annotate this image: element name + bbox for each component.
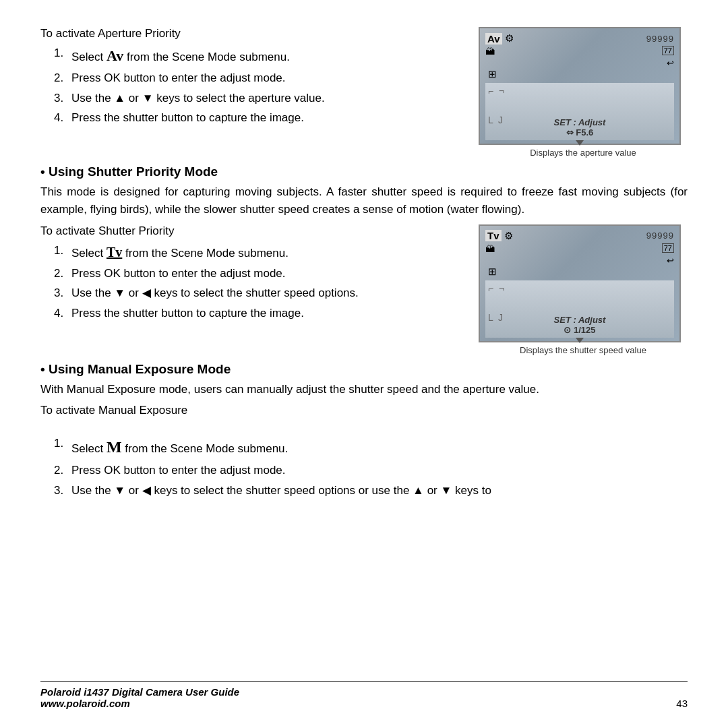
corner-tl: ⌐ ¬ <box>488 86 504 96</box>
step-num: 3. <box>54 482 66 499</box>
manual-exposure-body: With Manual Exposure mode, users can man… <box>40 381 688 398</box>
lcd-av-mode: Av <box>485 33 502 44</box>
aperture-section: To activate Aperture Priority 1. Select … <box>40 27 688 158</box>
aperture-lcd-caption: Displays the aperture value <box>479 148 688 158</box>
aperture-steps: 1. Select Av from the Scene Mode submenu… <box>54 44 465 127</box>
step-num: 3. <box>54 90 66 107</box>
manual-steps: 1. Select M from the Scene Mode submenu.… <box>54 435 688 499</box>
footer-left: Polaroid i1437 Digital Camera User Guide… <box>40 686 239 709</box>
step-text: Use the ▼ or ◀ keys to select the shutte… <box>71 284 359 302</box>
shutter-step-3: 3. Use the ▼ or ◀ keys to select the shu… <box>54 284 465 302</box>
av-bold: Av <box>107 47 123 64</box>
aperture-step-2: 2. Press OK button to enter the adjust m… <box>54 69 465 87</box>
lcd-icon-left2: 🏔 <box>485 243 495 266</box>
aperture-left: To activate Aperture Priority 1. Select … <box>40 27 465 158</box>
corner-bl: L J <box>488 115 503 125</box>
aperture-step-3: 3. Use the ▲ or ▼ keys to select the ape… <box>54 90 465 107</box>
lcd-inner: ⌐ ¬ L J SET : Adjust ⇔ F5.6 <box>485 83 674 140</box>
lcd-set-label2: SET : Adjust <box>554 315 606 325</box>
lcd-set-label: SET : Adjust <box>554 117 606 127</box>
step-text: Select Av from the Scene Mode submenu. <box>71 44 290 67</box>
step-num: 1. <box>54 435 66 459</box>
step-text: Press the shutter button to capture the … <box>71 109 304 127</box>
aperture-step-1: 1. Select Av from the Scene Mode submenu… <box>54 44 465 67</box>
shutter-step-4: 4. Press the shutter button to capture t… <box>54 305 465 322</box>
step-text: Use the ▲ or ▼ keys to select the apertu… <box>71 90 325 107</box>
footer-title: Polaroid i1437 Digital Camera User Guide <box>40 686 239 698</box>
shutter-right: Tv ⚙ 99999 🏔 77 ↩ ⊞ <box>479 224 688 355</box>
step-text: Press OK button to enter the adjust mode… <box>71 69 286 87</box>
lcd-icon-arrow2: ↩ <box>667 255 674 266</box>
step-num: 1. <box>54 242 66 262</box>
corner-bl2: L J <box>488 312 503 323</box>
manual-exposure-heading: Using Manual Exposure Mode <box>40 362 688 377</box>
aperture-title: To activate Aperture Priority <box>40 27 465 40</box>
step-text: Select Tv from the Scene Mode submenu. <box>71 242 289 262</box>
shutter-lcd-caption: Displays the shutter speed value <box>479 345 688 355</box>
shutter-steps: 1. Select Tv from the Scene Mode submenu… <box>54 242 465 322</box>
aperture-right: Av ⚙ 99999 🏔 77 ↩ ⊞ <box>479 27 688 158</box>
shutter-step-1: 1. Select Tv from the Scene Mode submenu… <box>54 242 465 262</box>
step-num: 4. <box>54 109 66 127</box>
lcd-battery2: 99999 <box>646 231 674 241</box>
manual-step-1: 1. Select M from the Scene Mode submenu. <box>54 435 688 459</box>
shutter-step-2: 2. Press OK button to enter the adjust m… <box>54 265 465 282</box>
shutter-priority-heading: Using Shutter Priority Mode <box>40 164 688 179</box>
step-num: 2. <box>54 462 66 479</box>
manual-title: To activate Manual Exposure <box>40 404 688 417</box>
lcd-gear-icon: ⚙ <box>505 32 514 44</box>
shutter-left: To activate Shutter Priority 1. Select T… <box>40 224 465 355</box>
manual-step-2: 2. Press OK button to enter the adjust m… <box>54 462 688 479</box>
lcd-battery: 99999 <box>646 34 674 44</box>
indicator-arrow <box>576 140 584 146</box>
shutter-section: To activate Shutter Priority 1. Select T… <box>40 224 688 355</box>
step-text: Press OK button to enter the adjust mode… <box>71 265 286 282</box>
shutter-lcd: Tv ⚙ 99999 🏔 77 ↩ ⊞ <box>479 224 681 342</box>
m-bold: M <box>107 438 122 456</box>
manual-section: To activate Manual Exposure 1. Select M … <box>40 404 688 499</box>
step-num: 2. <box>54 265 66 282</box>
step-num: 4. <box>54 305 66 322</box>
lcd-inner2: ⌐ ¬ L J SET : Adjust ⊙ 1/125 <box>485 280 674 338</box>
step-text: Press the shutter button to capture the … <box>71 305 304 322</box>
lcd-icon-rect: 77 <box>662 46 674 55</box>
lcd-shutter-value: ⊙ 1/125 <box>554 325 606 335</box>
footer: Polaroid i1437 Digital Camera User Guide… <box>40 681 688 709</box>
shutter-title: To activate Shutter Priority <box>40 224 465 238</box>
lcd-gear-icon2: ⚙ <box>504 230 513 242</box>
lcd-grid-icon: ⊞ <box>488 68 497 80</box>
shutter-priority-body: This mode is designed for capturing movi… <box>40 183 688 219</box>
lcd-grid-icon2: ⊞ <box>488 266 497 278</box>
lcd-icon-rect2: 77 <box>662 243 674 253</box>
manual-step-3: 3. Use the ▼ or ◀ keys to select the shu… <box>54 482 688 499</box>
step-text: Select M from the Scene Mode submenu. <box>71 435 288 459</box>
step-num: 3. <box>54 284 66 302</box>
aperture-step-4: 4. Press the shutter button to capture t… <box>54 109 465 127</box>
step-text: Press OK button to enter the adjust mode… <box>71 462 286 479</box>
corner-tl2: ⌐ ¬ <box>488 283 504 294</box>
lcd-icon-left: 🏔 <box>485 46 495 68</box>
footer-url: www.polaroid.com <box>40 698 239 709</box>
step-num: 1. <box>54 44 66 67</box>
step-text: Use the ▼ or ◀ keys to select the shutte… <box>71 482 491 499</box>
tv-bold: Tv <box>107 245 122 260</box>
aperture-lcd: Av ⚙ 99999 🏔 77 ↩ ⊞ <box>479 27 681 145</box>
footer-page-number: 43 <box>676 698 688 709</box>
step-num: 2. <box>54 69 66 87</box>
lcd-tv-mode: Tv <box>485 230 502 241</box>
page: To activate Aperture Priority 1. Select … <box>0 0 728 728</box>
indicator-arrow2 <box>576 338 584 343</box>
lcd-aperture-value: ⇔ F5.6 <box>554 127 606 138</box>
lcd-icon-arrow: ↩ <box>667 58 674 68</box>
